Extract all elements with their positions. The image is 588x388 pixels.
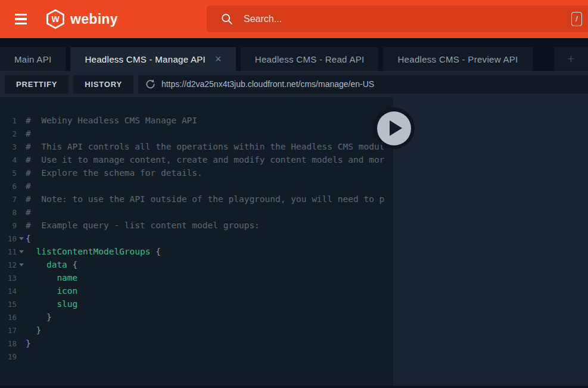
code-text: # [26,181,31,191]
search-bar[interactable]: / [207,5,588,32]
search-input[interactable] [244,14,571,24]
logo-wordmark: webiny [70,11,118,27]
line-number: 11 [0,247,17,256]
playground-main: 1# Webiny Headless CMS Manage API2#3# Th… [0,97,588,388]
hamburger-menu-icon[interactable] [15,14,27,24]
tab-label: Headless CMS - Preview API [397,54,518,64]
code-text: data { [26,260,77,269]
code-line[interactable]: 18} [0,337,393,350]
line-number: 18 [0,339,17,348]
logo-letter: W [51,14,59,24]
endpoint-url: https://d2va25nx4t3jub.cloudfront.net/cm… [161,79,374,89]
tab-headless-cms-manage-api[interactable]: Headless CMS - Manage API × [70,47,235,71]
play-icon [377,111,411,145]
search-shortcut-badge: / [571,12,582,26]
execute-query-button[interactable] [373,107,415,149]
plus-icon: + [567,52,574,66]
line-number: 14 [0,287,17,296]
code-line[interactable]: 2# [0,127,393,140]
reload-endpoint-icon[interactable] [145,79,155,89]
code-line[interactable]: 12 data { [0,258,393,271]
code-line[interactable]: 13 name [0,271,393,284]
fold-toggle-icon[interactable] [17,237,26,240]
code-text: # [26,129,31,138]
line-number: 4 [0,156,17,164]
code-line[interactable]: 16 } [0,311,393,324]
code-text: { [26,234,31,243]
line-number: 5 [0,169,17,178]
webiny-logo: W webiny [46,10,118,29]
line-number: 9 [0,221,17,230]
code-line[interactable]: 3# This API controls all the operations … [0,140,393,153]
code-line[interactable]: 1# Webiny Headless CMS Manage API [0,114,393,127]
code-line[interactable]: 10{ [0,232,393,245]
line-number: 13 [0,274,17,283]
code-line[interactable]: 14 icon [0,284,393,297]
code-text: # This API controls all the operations w… [26,142,384,151]
line-number: 6 [0,182,17,191]
code-line[interactable]: 9# Example query - list content model gr… [0,219,393,232]
fold-toggle-icon[interactable] [17,263,26,266]
code-text: } [26,339,31,348]
prettify-button[interactable]: PRETTIFY [5,75,69,94]
app-header: W webiny / [0,0,588,38]
code-line[interactable]: 4# Use it to manage content, create and … [0,153,393,166]
tab-label: Main API [14,54,51,64]
line-number: 16 [0,313,17,322]
code-text: icon [26,286,77,296]
line-number: 8 [0,208,17,217]
add-tab-button[interactable]: + [554,47,588,71]
bottom-divider [0,386,588,388]
history-button[interactable]: HISTORY [73,75,133,94]
code-text: name [26,273,77,283]
query-editor[interactable]: 1# Webiny Headless CMS Manage API2#3# Th… [0,97,393,388]
close-tab-icon[interactable]: × [215,54,222,64]
tab-label: Headless CMS - Read API [255,54,365,64]
code-line[interactable]: 7# Note: to use the API outside of the p… [0,193,393,206]
tab-label: Headless CMS - Manage API [85,54,206,64]
code-line[interactable]: 6# [0,179,393,193]
webiny-logo-icon: W [46,10,64,29]
code-text: # Use it to manage content, create and m… [26,155,384,164]
code-lines: 1# Webiny Headless CMS Manage API2#3# Th… [0,114,393,363]
query-toolbar: PRETTIFY HISTORY https://d2va25nx4t3jub.… [0,71,588,97]
api-tab-strip: Main API Headless CMS - Manage API × Hea… [0,38,588,71]
code-text: } [26,325,41,335]
code-line[interactable]: 19 [0,350,393,363]
response-pane [393,97,588,388]
line-number: 10 [0,234,17,243]
tab-headless-cms-preview-api[interactable]: Headless CMS - Preview API [383,47,532,71]
line-number: 17 [0,326,17,335]
endpoint-url-bar[interactable]: https://d2va25nx4t3jub.cloudfront.net/cm… [138,75,588,94]
line-number: 7 [0,195,17,204]
code-line[interactable]: 8# [0,206,393,219]
line-number: 1 [0,116,17,125]
line-number: 3 [0,142,17,151]
code-text: # Webiny Headless CMS Manage API [26,116,197,125]
tab-headless-cms-read-api[interactable]: Headless CMS - Read API [241,47,379,71]
code-text: # [26,207,31,217]
code-line[interactable]: 15 slug [0,297,393,311]
code-line[interactable]: 17 } [0,324,393,337]
line-number: 15 [0,300,17,309]
line-number: 12 [0,260,17,269]
code-text: # Example query - list content model gro… [26,221,260,230]
line-number: 19 [0,352,17,361]
fold-toggle-icon[interactable] [17,250,26,253]
code-line[interactable]: 5# Explore the schema for details. [0,166,393,179]
code-text: listContentModelGroups { [26,247,161,256]
line-number: 2 [0,129,17,138]
code-text: # Note: to use the API outside of the pl… [26,194,384,204]
code-text: # Explore the schema for details. [26,168,203,178]
code-text: } [26,312,52,322]
code-text: slug [26,299,77,309]
search-icon [220,13,234,26]
tab-main-api[interactable]: Main API [0,47,66,71]
code-line[interactable]: 11 listContentModelGroups { [0,245,393,258]
